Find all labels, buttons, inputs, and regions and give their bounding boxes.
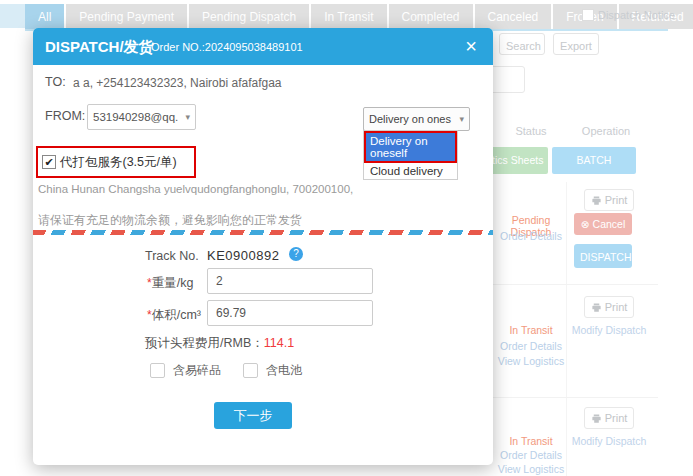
print-button[interactable]: Print: [584, 407, 634, 429]
close-icon[interactable]: ×: [465, 33, 477, 59]
weight-label: *重量/kg: [147, 275, 193, 292]
from-select[interactable]: 531940298@qq. ▾: [87, 104, 196, 130]
view-logistics-link[interactable]: View Logistics: [493, 355, 569, 367]
battery-checkbox[interactable]: [243, 363, 258, 378]
dispatch-notice: Dispatch Notice: [582, 9, 675, 21]
cancel-icon: ⊗: [581, 218, 590, 230]
tab-pending-payment[interactable]: Pending Payment: [66, 4, 187, 29]
weight-label-text: 重量/kg: [152, 276, 194, 290]
option-delivery-on-oneself[interactable]: Delivery on oneself: [364, 131, 457, 163]
volume-input[interactable]: [207, 300, 373, 326]
tab-bar-lead-cell: [0, 4, 25, 28]
search-button[interactable]: Search: [499, 33, 545, 55]
battery-label: 含电池: [266, 362, 302, 379]
status-badge: In Transit: [493, 324, 569, 336]
print-button[interactable]: Print: [584, 296, 634, 318]
order-details-link[interactable]: Order Details: [493, 340, 569, 352]
print-label: Print: [605, 412, 628, 424]
next-step-button[interactable]: 下一步: [214, 402, 292, 429]
dispatch-dialog: DISPATCH/发货 Order NO.:2024095038489101 ×…: [33, 28, 493, 465]
modify-dispatch-link[interactable]: Modify Dispatch: [566, 324, 652, 336]
cancel-label: Cancel: [593, 218, 626, 230]
dialog-header: DISPATCH/发货 Order NO.:2024095038489101 ×: [33, 28, 493, 65]
fragile-label: 含易碎品: [173, 362, 221, 379]
tab-canceled[interactable]: Canceled: [475, 4, 552, 29]
packing-service-checkbox[interactable]: ✔: [42, 155, 56, 169]
tab-completed[interactable]: Completed: [389, 4, 473, 29]
printer-icon: [591, 413, 602, 424]
warehouse-address: China Hunan Changsha yuelvqudongfanghong…: [38, 183, 353, 195]
tab-pending-dispatch[interactable]: Pending Dispatch: [189, 4, 309, 29]
cancel-button[interactable]: ⊗ Cancel: [574, 213, 632, 235]
packing-service-label: 代打包服务(3.5元/单): [60, 154, 177, 171]
delivery-select-value: Delivery on ones: [369, 113, 451, 125]
print-label: Print: [605, 301, 628, 313]
row-divider: [493, 284, 658, 285]
delivery-method-select[interactable]: Delivery on ones ▾: [363, 107, 470, 131]
dispatch-page: AllPending PaymentPending DispatchIn Tra…: [0, 0, 693, 476]
help-icon[interactable]: ?: [289, 247, 303, 261]
volume-label: *体积/cm³: [147, 307, 201, 324]
to-value: a a, +254123432323, Nairobi afafafgaa: [73, 76, 282, 90]
fragile-checkbox[interactable]: [150, 363, 165, 378]
chevron-down-icon: ▾: [185, 112, 190, 122]
status-column-header: Status: [493, 125, 569, 137]
print-button[interactable]: Print: [584, 189, 634, 211]
dispatch-notice-label: Dispatch Notice: [598, 9, 675, 21]
packing-service-highlight-box: ✔ 代打包服务(3.5元/单): [36, 146, 196, 178]
estimated-fee-row: 预计头程费用/RMB：114.1: [145, 335, 294, 352]
export-button[interactable]: Export: [553, 33, 599, 55]
batch-dispatch-button[interactable]: BATCH DISPATCH: [552, 147, 636, 174]
option-cloud-delivery[interactable]: Cloud delivery: [364, 163, 457, 179]
from-select-value: 531940298@qq.: [93, 111, 178, 123]
fee-label: 预计头程费用/RMB：: [145, 336, 264, 350]
track-no-label: Track No.: [145, 249, 199, 263]
printer-icon: [591, 195, 602, 206]
chevron-down-icon: ▾: [459, 114, 464, 124]
dispatch-button[interactable]: DISPATCH: [574, 244, 632, 268]
dialog-title: DISPATCH/发货: [45, 28, 154, 65]
order-details-link[interactable]: Order Details: [493, 230, 569, 242]
volume-label-text: 体积/cm³: [152, 308, 201, 322]
view-logistics-link[interactable]: View Logistics: [493, 463, 569, 475]
track-no-value: KE0900892: [207, 248, 279, 263]
cargo-options-row: 含易碎品 含电池: [150, 362, 316, 379]
balance-warning: 请保证有充足的物流余额，避免影响您的正常发货: [38, 212, 302, 229]
tab-all[interactable]: All: [25, 4, 64, 29]
dispatch-notice-checkbox[interactable]: [582, 9, 594, 21]
from-label: FROM:: [45, 109, 85, 123]
tab-in-transit[interactable]: In Transit: [311, 4, 386, 29]
airmail-stripe: [33, 230, 493, 235]
modify-dispatch-link[interactable]: Modify Dispatch: [566, 435, 652, 447]
weight-input[interactable]: [207, 268, 373, 294]
print-label: Print: [605, 194, 628, 206]
order-details-link[interactable]: Order Details: [493, 449, 569, 461]
operation-column-header: Operation: [566, 125, 646, 137]
row-divider: [493, 397, 658, 398]
to-label: TO:: [45, 75, 66, 89]
status-badge: In Transit: [493, 435, 569, 447]
order-number: Order NO.:2024095038489101: [151, 41, 303, 53]
printer-icon: [591, 302, 602, 313]
delivery-option-list: Delivery on oneself Cloud delivery: [363, 130, 458, 180]
fee-value: 114.1: [264, 336, 294, 350]
